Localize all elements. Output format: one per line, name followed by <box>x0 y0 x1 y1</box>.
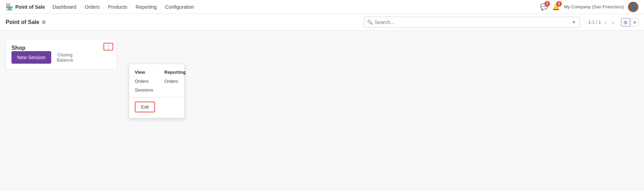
view-toggle: ⊞ ≡ <box>621 18 638 26</box>
shop-card: Shop ⋮ New Session Closing Balance <box>6 39 117 70</box>
user-avatar[interactable]: 👤 <box>628 2 638 12</box>
closing-balance-line1: Closing <box>57 52 73 57</box>
nav-orders[interactable]: Orders <box>81 2 103 12</box>
nav-reporting[interactable]: Reporting <box>132 2 160 12</box>
context-view-orders[interactable]: Orders <box>129 77 159 86</box>
app-logo[interactable]: 🏪 Point of Sale <box>6 3 45 11</box>
messages-icon-container[interactable]: 💬 1 <box>540 3 548 11</box>
pagination-next-button[interactable]: › <box>611 19 615 26</box>
top-nav-right: 💬 1 🔔 2 My Company (San Francisco) 👤 <box>540 2 638 12</box>
company-name[interactable]: My Company (San Francisco) <box>564 4 624 9</box>
settings-gear-icon[interactable]: ⚙ <box>41 19 46 25</box>
closing-balance-line2: Balance <box>57 57 73 63</box>
activity-badge: 2 <box>556 1 562 7</box>
pagination-area: 1-1 / 1 ‹ › <box>588 19 615 26</box>
pagination-text: 1-1 / 1 <box>588 19 601 25</box>
closing-balance[interactable]: Closing Balance <box>57 52 73 63</box>
context-edit-button[interactable]: Edit <box>135 102 155 112</box>
nav-dashboard[interactable]: Dashboard <box>49 2 80 12</box>
pagination-prev-button[interactable]: ‹ <box>604 19 608 26</box>
context-view-column: View Orders Sessions <box>129 67 159 96</box>
avatar-initial: 👤 <box>630 4 636 9</box>
page-title: Point of Sale <box>6 19 39 25</box>
nav-configuration[interactable]: Configuration <box>162 2 197 12</box>
top-navigation: 🏪 Point of Sale Dashboard Orders Product… <box>0 0 644 14</box>
search-bar: 🔍 ▼ <box>364 17 580 28</box>
main-content: Shop ⋮ New Session Closing Balance View … <box>0 31 644 191</box>
search-input[interactable] <box>375 19 569 25</box>
context-menu: View Orders Sessions Reporting Orders Ed… <box>129 64 185 118</box>
nav-products[interactable]: Products <box>104 2 131 12</box>
context-view-sessions[interactable]: Sessions <box>129 86 159 94</box>
context-reporting-header: Reporting <box>159 68 191 77</box>
activity-icon-container[interactable]: 🔔 2 <box>552 3 560 11</box>
view-list-button[interactable]: ≡ <box>631 18 638 26</box>
context-reporting-column: Reporting Orders <box>159 67 191 96</box>
new-session-button[interactable]: New Session <box>11 51 51 64</box>
view-kanban-button[interactable]: ⊞ <box>621 18 630 26</box>
search-dropdown-button[interactable]: ▼ <box>571 20 577 25</box>
context-view-header: View <box>129 68 159 77</box>
context-divider <box>129 97 184 97</box>
search-icon: 🔍 <box>367 19 373 25</box>
page-title-area: Point of Sale ⚙ <box>6 19 46 25</box>
shop-card-actions: New Session Closing Balance <box>11 51 111 64</box>
messages-badge: 1 <box>544 1 550 7</box>
app-name: Point of Sale <box>15 4 45 10</box>
context-reporting-orders[interactable]: Orders <box>159 77 191 86</box>
three-dot-menu-button[interactable]: ⋮ <box>103 43 113 50</box>
shop-card-title: Shop <box>11 45 25 51</box>
sub-navigation: Point of Sale ⚙ 🔍 ▼ 1-1 / 1 ‹ › ⊞ ≡ <box>0 14 644 31</box>
context-menu-sections: View Orders Sessions Reporting Orders <box>129 67 184 96</box>
logo-icon: 🏪 <box>6 3 13 11</box>
